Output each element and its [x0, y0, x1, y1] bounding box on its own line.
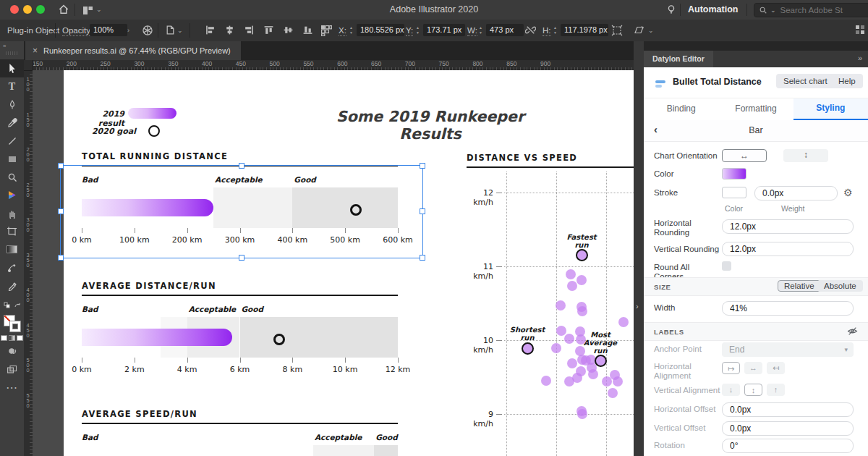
width-input[interactable]	[722, 301, 854, 316]
w-value[interactable]: 473 px	[486, 24, 524, 36]
stroke-weight-input[interactable]	[754, 186, 838, 200]
stroke-color-none[interactable]	[9, 321, 21, 332]
stroke-settings-gear-icon[interactable]: ⚙	[843, 187, 853, 198]
close-document-icon[interactable]: ×	[33, 46, 38, 56]
more-tools-icon[interactable]: ⋯	[0, 379, 24, 397]
selection-handle[interactable]	[58, 208, 64, 214]
bar-color-swatch[interactable]	[722, 168, 746, 180]
y-value[interactable]: 173.71 px	[423, 24, 465, 36]
rotation-input[interactable]	[722, 439, 854, 453]
align-center-horizontal-icon[interactable]	[224, 25, 235, 38]
halign-end-button[interactable]: ↦	[722, 362, 740, 374]
tab-formatting[interactable]: Formatting	[718, 98, 793, 120]
search-input[interactable]	[779, 5, 861, 15]
recolor-artwork-icon[interactable]	[142, 25, 153, 39]
opacity-label[interactable]: Opacity:	[62, 26, 93, 36]
panel-divider[interactable]: ›	[634, 41, 644, 456]
bullet-chart[interactable]: AVERAGE DISTANCE/RUNBadAcceptableGood0 k…	[82, 281, 398, 386]
rectangle-tool[interactable]	[0, 150, 24, 168]
automation-chevron-icon[interactable]: ⌄	[732, 7, 738, 14]
orientation-vertical-button[interactable]: ↕	[783, 149, 828, 162]
y-stepper[interactable]: ▲▼	[414, 24, 421, 36]
infographic-title[interactable]: Some 2019 Runkeeper Results	[322, 108, 539, 143]
size-relative-button[interactable]: Relative	[778, 280, 821, 292]
blend-tool[interactable]	[0, 258, 24, 276]
swap-arrow-icon[interactable]	[14, 299, 21, 312]
selection-handle[interactable]	[58, 255, 64, 261]
vertical-offset-input[interactable]	[722, 421, 854, 436]
align-right-icon[interactable]	[244, 25, 255, 38]
zoom-tool[interactable]	[0, 168, 24, 186]
shear-chevron-icon[interactable]: ⌄	[648, 27, 654, 34]
color-mode-buttons[interactable]	[0, 335, 24, 341]
transform-bounding-box-icon[interactable]	[611, 25, 623, 39]
canvas[interactable]: 2019 result 2020 goal Some 2019 Runkeepe…	[33, 70, 634, 456]
search-field[interactable]: ⌄	[754, 3, 868, 17]
workspace-switcher-icon[interactable]	[855, 25, 865, 38]
x-stepper[interactable]: ▲▼	[348, 24, 354, 36]
selection-handle[interactable]	[239, 163, 244, 169]
document-tab[interactable]: ×Runkeeper results.ai @ 67.44% (RGB/GPU …	[25, 41, 241, 60]
color-mode-none[interactable]	[17, 335, 23, 341]
h-value[interactable]: 117.1978 px	[561, 24, 608, 36]
pencil-tool[interactable]	[0, 276, 24, 295]
selection-handle[interactable]	[58, 163, 64, 169]
orientation-horizontal-button[interactable]: ↔	[722, 149, 767, 162]
selection-tool[interactable]	[0, 59, 24, 77]
draw-modes-icon[interactable]	[0, 360, 24, 379]
hand-tool[interactable]	[0, 204, 24, 222]
tab-styling[interactable]: Styling	[793, 98, 868, 120]
tab-binding[interactable]: Binding	[644, 98, 718, 120]
artboard[interactable]: 2019 result 2020 goal Some 2019 Runkeepe…	[64, 70, 634, 456]
w-stepper[interactable]: ▲▼	[477, 24, 484, 36]
swap-fill-stroke-icon[interactable]	[4, 299, 11, 312]
bullet-chart[interactable]: AVERAGE SPEED/RUNBadAcceptableGood	[82, 409, 398, 456]
link-dimensions-icon[interactable]	[525, 25, 536, 38]
legend-goal-marker[interactable]	[148, 125, 160, 137]
help-button[interactable]: Help	[831, 74, 863, 88]
selection-handle[interactable]	[420, 208, 425, 214]
align-top-icon[interactable]	[263, 25, 274, 38]
round-all-corners-checkbox[interactable]	[722, 261, 731, 271]
horizontal-offset-input[interactable]	[722, 402, 854, 417]
selection-handle[interactable]	[239, 255, 244, 261]
tools-panel-grip[interactable]	[6, 51, 19, 55]
halign-center-button[interactable]: ↔	[744, 362, 762, 374]
selection-handle[interactable]	[420, 255, 425, 261]
panel-menu-icon[interactable]: »	[858, 54, 862, 62]
lightbulb-icon[interactable]	[665, 4, 677, 18]
color-mode-solid[interactable]	[1, 335, 7, 341]
automation-workspace-dropdown[interactable]: Automation	[688, 4, 738, 14]
document-setup-icon[interactable]	[165, 25, 176, 38]
select-chart-button[interactable]: Select chart	[776, 74, 835, 88]
selection-handle[interactable]	[420, 163, 425, 169]
opacity-dropdown-icon[interactable]: ›	[127, 27, 129, 34]
halign-start-button[interactable]: ↤	[767, 362, 785, 374]
distribute-grid-icon[interactable]	[320, 25, 333, 40]
datylon-editor-tab[interactable]: Datylon Editor	[644, 51, 713, 67]
align-bottom-icon[interactable]	[302, 25, 313, 38]
type-tool[interactable]: T	[0, 77, 24, 96]
legend-result-swatch[interactable]	[128, 108, 176, 119]
size-absolute-button[interactable]: Absolute	[817, 280, 863, 292]
gradient-tool[interactable]	[0, 240, 24, 258]
valign-down-button[interactable]: ↓	[722, 384, 740, 396]
labels-visibility-eye-off-icon[interactable]	[847, 326, 858, 339]
artboard-tool[interactable]	[0, 222, 24, 240]
horizontal-rounding-input[interactable]	[722, 219, 854, 234]
datylon-tool[interactable]	[0, 186, 24, 204]
h-stepper[interactable]: ▲▼	[552, 24, 558, 36]
scatter-chart[interactable]: DISTANCE VS SPEED12 km/h11 km/h10 km/h9 …	[467, 153, 634, 456]
valign-center-button[interactable]: ↕	[744, 384, 762, 396]
tools-panel-collapse-icon[interactable]: »	[0, 41, 24, 49]
align-center-vertical-icon[interactable]	[283, 25, 294, 38]
opacity-value[interactable]: 100%	[90, 24, 127, 36]
vertical-rounding-input[interactable]	[722, 242, 854, 256]
line-segment-tool[interactable]	[0, 132, 24, 150]
panel-collapse-icon[interactable]: ›	[636, 302, 639, 311]
x-value[interactable]: 180.5526 px	[357, 24, 404, 36]
valign-up-button[interactable]: ↑	[767, 384, 785, 396]
stroke-color-swatch[interactable]	[722, 187, 746, 198]
pen-tool[interactable]	[0, 96, 24, 114]
eyedropper-tool[interactable]	[0, 114, 24, 132]
